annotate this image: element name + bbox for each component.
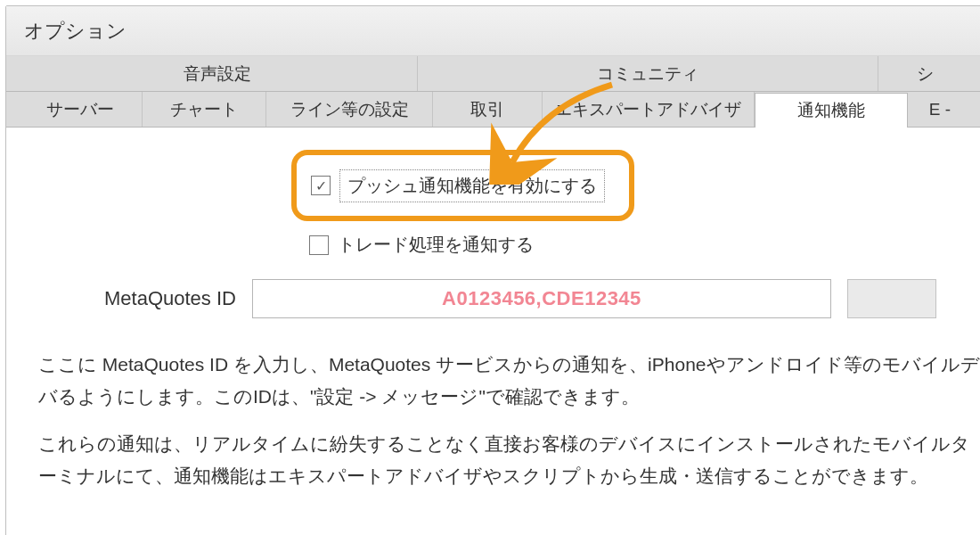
push-enable-highlight: プッシュ通知機能を有効にする <box>291 150 634 221</box>
tab-label: チャート <box>170 98 238 121</box>
tab-trade[interactable]: 取引 <box>433 92 543 127</box>
tab-chart[interactable]: チャート <box>143 92 266 127</box>
tab-label: 通知機能 <box>797 99 865 122</box>
metaquotes-id-input[interactable]: A0123456,CDE12345 <box>252 279 831 318</box>
test-button[interactable] <box>847 279 936 318</box>
tabrow-lower: サーバー チャート ライン等の設定 取引 エキスパートアドバイザ 通知機能 E … <box>6 92 980 128</box>
metaquotes-id-label: MetaQuotes ID <box>104 287 236 310</box>
tab-label: ライン等の設定 <box>290 98 409 121</box>
metaquotes-id-value: A0123456,CDE12345 <box>442 287 641 310</box>
trade-notify-checkbox[interactable] <box>309 235 329 255</box>
options-dialog: オプション 音声設定 コミュニティ シ サーバー チャート ライン等の設定 取引… <box>5 5 980 535</box>
dialog-title: オプション <box>24 18 127 45</box>
help-paragraph-2: これらの通知は、リアルタイムに紛失することなく直接お客様のデバイスにインストール… <box>38 428 980 491</box>
trade-notify-row: トレード処理を通知する <box>309 233 534 257</box>
tab-content: プッシュ通知機能を有効にする トレード処理を通知する MetaQuotes ID… <box>6 128 980 535</box>
tab-community[interactable]: コミュニティ <box>418 56 879 91</box>
tab-label: サーバー <box>46 98 114 121</box>
tabrow-upper: 音声設定 コミュニティ シ <box>6 56 980 92</box>
trade-notify-label: トレード処理を通知する <box>338 233 534 257</box>
tab-sound-settings[interactable]: 音声設定 <box>19 56 418 91</box>
tab-server[interactable]: サーバー <box>19 92 143 127</box>
push-enable-checkbox[interactable] <box>311 176 331 195</box>
metaquotes-id-row: MetaQuotes ID A0123456,CDE12345 <box>104 279 980 318</box>
tab-label: E - <box>929 100 951 119</box>
dialog-titlebar: オプション <box>6 6 980 56</box>
tab-label: 音声設定 <box>184 62 251 86</box>
push-enable-label: プッシュ通知機能を有効にする <box>339 169 605 202</box>
tab-cutoff-2[interactable]: E - <box>908 92 972 127</box>
tab-label: エキスパートアドバイザ <box>555 98 741 121</box>
help-paragraph-1: ここに MetaQuotes ID を入力し、MetaQuotes サービスから… <box>38 349 980 412</box>
tab-cutoff-1[interactable]: シ <box>878 56 972 91</box>
tab-notifications[interactable]: 通知機能 <box>755 93 908 128</box>
tab-line-settings[interactable]: ライン等の設定 <box>266 92 432 127</box>
tab-label: 取引 <box>470 98 504 121</box>
tab-label: シ <box>917 62 934 86</box>
help-text: ここに MetaQuotes ID を入力し、MetaQuotes サービスから… <box>38 349 980 508</box>
tab-label: コミュニティ <box>597 62 698 86</box>
tab-expert-advisor[interactable]: エキスパートアドバイザ <box>543 92 755 127</box>
